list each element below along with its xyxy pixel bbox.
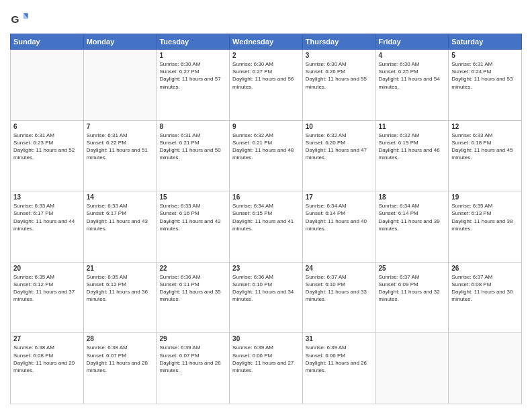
weekday-header-monday: Monday <box>83 34 157 50</box>
calendar-cell: 1Sunrise: 6:30 AM Sunset: 6:27 PM Daylig… <box>157 50 230 121</box>
day-info: Sunrise: 6:33 AM Sunset: 6:16 PM Dayligh… <box>159 202 226 232</box>
calendar-cell: 5Sunrise: 6:31 AM Sunset: 6:24 PM Daylig… <box>449 50 522 121</box>
calendar-cell: 6Sunrise: 6:31 AM Sunset: 6:23 PM Daylig… <box>11 120 84 191</box>
week-row-2: 6Sunrise: 6:31 AM Sunset: 6:23 PM Daylig… <box>11 120 522 191</box>
day-info: Sunrise: 6:39 AM Sunset: 6:07 PM Dayligh… <box>159 344 226 374</box>
weekday-header-tuesday: Tuesday <box>157 34 230 50</box>
day-info: Sunrise: 6:35 AM Sunset: 6:13 PM Dayligh… <box>451 202 519 232</box>
day-info: Sunrise: 6:30 AM Sunset: 6:27 PM Dayligh… <box>232 60 300 91</box>
day-info: Sunrise: 6:34 AM Sunset: 6:14 PM Dayligh… <box>379 202 446 232</box>
calendar-cell: 12Sunrise: 6:33 AM Sunset: 6:18 PM Dayli… <box>449 120 522 191</box>
day-info: Sunrise: 6:36 AM Sunset: 6:10 PM Dayligh… <box>232 273 300 304</box>
day-number: 15 <box>159 193 226 201</box>
day-number: 19 <box>451 193 519 201</box>
day-info: Sunrise: 6:35 AM Sunset: 6:12 PM Dayligh… <box>13 273 81 304</box>
day-number: 25 <box>379 265 446 272</box>
weekday-header-sunday: Sunday <box>11 34 84 50</box>
week-row-1: 1Sunrise: 6:30 AM Sunset: 6:27 PM Daylig… <box>11 50 522 121</box>
day-info: Sunrise: 6:33 AM Sunset: 6:18 PM Dayligh… <box>451 132 519 162</box>
calendar-cell: 28Sunrise: 6:38 AM Sunset: 6:07 PM Dayli… <box>83 333 157 404</box>
calendar-cell: 15Sunrise: 6:33 AM Sunset: 6:16 PM Dayli… <box>157 191 230 263</box>
calendar-cell: 30Sunrise: 6:39 AM Sunset: 6:06 PM Dayli… <box>230 333 303 404</box>
calendar-cell <box>375 333 449 404</box>
day-number: 22 <box>159 265 226 272</box>
calendar-cell: 8Sunrise: 6:31 AM Sunset: 6:21 PM Daylig… <box>157 120 230 191</box>
day-number: 26 <box>451 265 519 272</box>
calendar-cell: 29Sunrise: 6:39 AM Sunset: 6:07 PM Dayli… <box>157 333 230 404</box>
calendar-cell: 20Sunrise: 6:35 AM Sunset: 6:12 PM Dayli… <box>11 262 84 333</box>
day-number: 29 <box>159 335 226 342</box>
logo: G <box>10 9 32 28</box>
calendar-cell: 13Sunrise: 6:33 AM Sunset: 6:17 PM Dayli… <box>11 191 84 263</box>
day-number: 5 <box>451 52 519 59</box>
day-number: 8 <box>159 123 226 130</box>
day-info: Sunrise: 6:30 AM Sunset: 6:27 PM Dayligh… <box>159 60 226 91</box>
calendar-cell: 14Sunrise: 6:33 AM Sunset: 6:17 PM Dayli… <box>83 191 157 263</box>
day-info: Sunrise: 6:34 AM Sunset: 6:15 PM Dayligh… <box>232 202 300 232</box>
day-info: Sunrise: 6:34 AM Sunset: 6:14 PM Dayligh… <box>306 202 373 232</box>
header: G <box>10 7 522 28</box>
calendar-cell: 2Sunrise: 6:30 AM Sunset: 6:27 PM Daylig… <box>230 50 303 121</box>
day-info: Sunrise: 6:36 AM Sunset: 6:11 PM Dayligh… <box>159 273 226 304</box>
calendar-cell: 25Sunrise: 6:37 AM Sunset: 6:09 PM Dayli… <box>375 262 449 333</box>
calendar-cell: 27Sunrise: 6:38 AM Sunset: 6:08 PM Dayli… <box>11 333 84 404</box>
calendar-cell: 17Sunrise: 6:34 AM Sunset: 6:14 PM Dayli… <box>302 191 375 263</box>
day-info: Sunrise: 6:33 AM Sunset: 6:17 PM Dayligh… <box>87 202 154 232</box>
day-number: 7 <box>87 123 154 130</box>
day-number: 12 <box>451 123 519 130</box>
calendar-cell: 22Sunrise: 6:36 AM Sunset: 6:11 PM Dayli… <box>157 262 230 333</box>
weekday-header-wednesday: Wednesday <box>230 34 303 50</box>
day-info: Sunrise: 6:31 AM Sunset: 6:23 PM Dayligh… <box>13 132 81 162</box>
weekday-header-row: SundayMondayTuesdayWednesdayThursdayFrid… <box>11 34 522 50</box>
day-number: 24 <box>306 265 373 272</box>
day-info: Sunrise: 6:38 AM Sunset: 6:07 PM Dayligh… <box>87 344 154 374</box>
calendar-cell: 24Sunrise: 6:37 AM Sunset: 6:10 PM Dayli… <box>302 262 375 333</box>
day-number: 3 <box>306 52 373 59</box>
day-info: Sunrise: 6:37 AM Sunset: 6:09 PM Dayligh… <box>379 273 446 304</box>
calendar-cell: 11Sunrise: 6:32 AM Sunset: 6:19 PM Dayli… <box>375 120 449 191</box>
day-number: 27 <box>13 335 81 342</box>
calendar-cell: 31Sunrise: 6:39 AM Sunset: 6:06 PM Dayli… <box>302 333 375 404</box>
page: G SundayMondayTuesdayWednesdayThursdayFr… <box>0 0 532 411</box>
day-number: 13 <box>13 193 81 201</box>
day-info: Sunrise: 6:31 AM Sunset: 6:24 PM Dayligh… <box>451 60 519 91</box>
day-info: Sunrise: 6:32 AM Sunset: 6:21 PM Dayligh… <box>232 132 300 162</box>
calendar-cell: 18Sunrise: 6:34 AM Sunset: 6:14 PM Dayli… <box>375 191 449 263</box>
day-number: 2 <box>232 52 300 59</box>
week-row-5: 27Sunrise: 6:38 AM Sunset: 6:08 PM Dayli… <box>11 333 522 404</box>
day-number: 11 <box>379 123 446 130</box>
day-number: 16 <box>232 193 300 201</box>
weekday-header-thursday: Thursday <box>302 34 375 50</box>
logo-icon: G <box>10 9 29 28</box>
day-info: Sunrise: 6:35 AM Sunset: 6:12 PM Dayligh… <box>87 273 154 304</box>
day-number: 10 <box>306 123 373 130</box>
calendar-cell: 26Sunrise: 6:37 AM Sunset: 6:08 PM Dayli… <box>449 262 522 333</box>
calendar-cell: 23Sunrise: 6:36 AM Sunset: 6:10 PM Dayli… <box>230 262 303 333</box>
calendar-cell: 16Sunrise: 6:34 AM Sunset: 6:15 PM Dayli… <box>230 191 303 263</box>
day-number: 23 <box>232 265 300 272</box>
calendar-cell: 21Sunrise: 6:35 AM Sunset: 6:12 PM Dayli… <box>83 262 157 333</box>
svg-text:G: G <box>11 13 19 25</box>
calendar-cell <box>83 50 157 121</box>
day-number: 6 <box>13 123 81 130</box>
weekday-header-saturday: Saturday <box>449 34 522 50</box>
calendar-cell <box>449 333 522 404</box>
calendar-cell: 7Sunrise: 6:31 AM Sunset: 6:22 PM Daylig… <box>83 120 157 191</box>
day-info: Sunrise: 6:32 AM Sunset: 6:20 PM Dayligh… <box>306 132 373 162</box>
calendar-cell: 19Sunrise: 6:35 AM Sunset: 6:13 PM Dayli… <box>449 191 522 263</box>
day-number: 1 <box>159 52 226 59</box>
week-row-4: 20Sunrise: 6:35 AM Sunset: 6:12 PM Dayli… <box>11 262 522 333</box>
weekday-header-friday: Friday <box>375 34 449 50</box>
day-info: Sunrise: 6:31 AM Sunset: 6:21 PM Dayligh… <box>159 132 226 162</box>
day-info: Sunrise: 6:38 AM Sunset: 6:08 PM Dayligh… <box>13 344 81 374</box>
day-info: Sunrise: 6:30 AM Sunset: 6:26 PM Dayligh… <box>306 60 373 91</box>
day-number: 31 <box>306 335 373 342</box>
day-info: Sunrise: 6:37 AM Sunset: 6:08 PM Dayligh… <box>451 273 519 304</box>
day-info: Sunrise: 6:31 AM Sunset: 6:22 PM Dayligh… <box>87 132 154 162</box>
calendar-cell: 9Sunrise: 6:32 AM Sunset: 6:21 PM Daylig… <box>230 120 303 191</box>
day-info: Sunrise: 6:30 AM Sunset: 6:25 PM Dayligh… <box>379 60 446 91</box>
week-row-3: 13Sunrise: 6:33 AM Sunset: 6:17 PM Dayli… <box>11 191 522 263</box>
calendar-table: SundayMondayTuesdayWednesdayThursdayFrid… <box>10 34 522 404</box>
day-number: 20 <box>13 265 81 272</box>
day-number: 9 <box>232 123 300 130</box>
